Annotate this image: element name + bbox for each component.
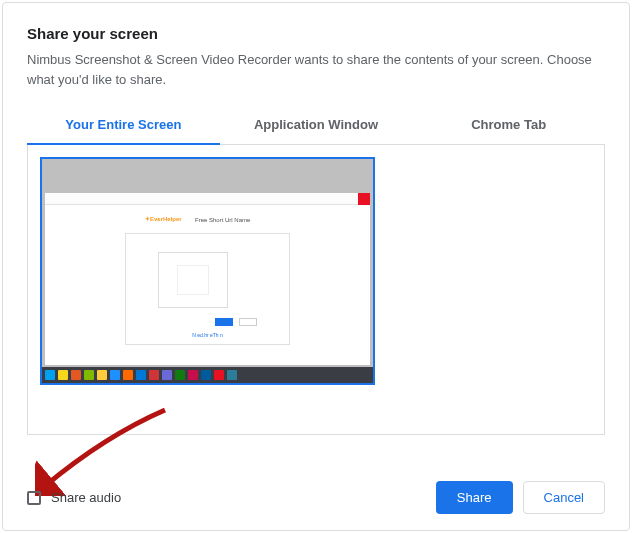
share-screen-dialog: Share your screen Nimbus Screenshot & Sc… bbox=[2, 2, 630, 531]
tab-entire-screen[interactable]: Your Entire Screen bbox=[27, 107, 220, 144]
screen-preview-area: ✦EverHelper Free Short Url Name N ed.hr … bbox=[27, 145, 605, 435]
dialog-description: Nimbus Screenshot & Screen Video Recorde… bbox=[27, 50, 605, 89]
cancel-button[interactable]: Cancel bbox=[523, 481, 605, 514]
share-audio-label: Share audio bbox=[51, 490, 121, 505]
share-button[interactable]: Share bbox=[436, 481, 513, 514]
dialog-title: Share your screen bbox=[27, 25, 605, 42]
source-tabs: Your Entire Screen Application Window Ch… bbox=[27, 107, 605, 145]
share-audio-option[interactable]: Share audio bbox=[27, 490, 121, 505]
dialog-footer: Share audio Share Cancel bbox=[27, 481, 605, 514]
tab-application-window[interactable]: Application Window bbox=[220, 107, 413, 144]
footer-buttons: Share Cancel bbox=[436, 481, 605, 514]
screen-thumbnail[interactable]: ✦EverHelper Free Short Url Name N ed.hr … bbox=[40, 157, 375, 385]
tab-chrome-tab[interactable]: Chrome Tab bbox=[412, 107, 605, 144]
share-audio-checkbox[interactable] bbox=[27, 491, 41, 505]
